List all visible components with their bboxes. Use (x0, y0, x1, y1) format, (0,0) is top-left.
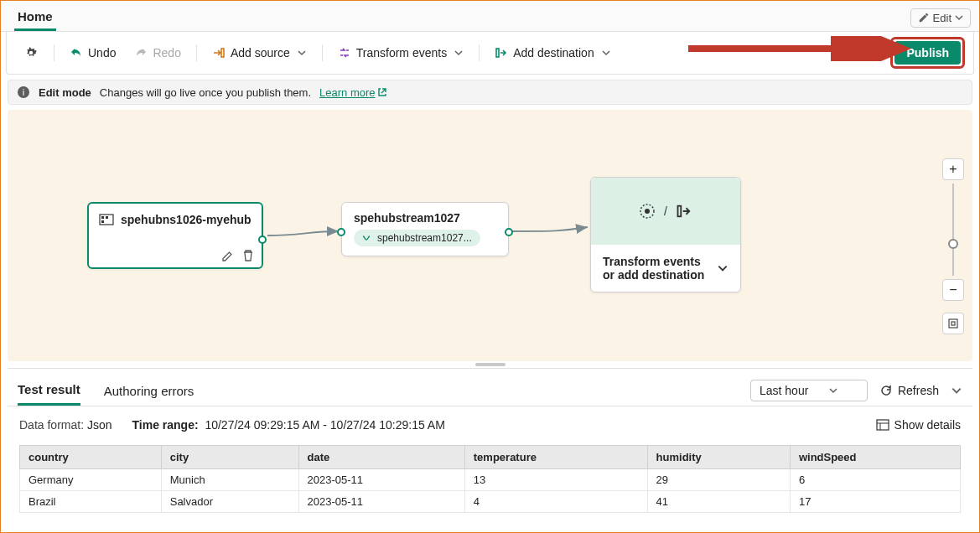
tab-home[interactable]: Home (14, 4, 56, 31)
cell: 13 (464, 469, 647, 491)
col-windSpeed[interactable]: windSpeed (790, 446, 960, 469)
canvas-node-stream[interactable]: spehubstream1027 spehubstream1027... (341, 202, 509, 256)
table-row[interactable]: GermanyMunich2023-05-1113296 (20, 469, 961, 491)
zoom-out-button[interactable]: − (942, 279, 964, 301)
cell: 4 (464, 491, 647, 513)
add-source-label: Add source (231, 46, 290, 60)
zoom-handle[interactable] (948, 239, 958, 249)
svg-rect-13 (951, 322, 955, 325)
col-date[interactable]: date (298, 446, 464, 469)
stream-title: spehubstream1027 (354, 211, 496, 225)
svg-rect-1 (496, 49, 499, 57)
settings-gear-button[interactable] (15, 42, 47, 64)
show-details-button[interactable]: Show details (876, 418, 961, 432)
refresh-label: Refresh (898, 384, 939, 397)
dest-label: Transform events or add destination (603, 255, 710, 282)
col-country[interactable]: country (20, 446, 162, 469)
chevron-down-icon[interactable] (951, 385, 962, 396)
cell: 6 (790, 469, 960, 491)
show-details-label: Show details (894, 418, 961, 432)
time-range-label: Time range: (132, 418, 199, 432)
data-format-label: Data format: (19, 418, 84, 432)
refresh-button[interactable]: Refresh (879, 384, 939, 397)
cell: 29 (647, 469, 790, 491)
cell: Germany (20, 469, 162, 491)
cell: Salvador (161, 491, 298, 513)
col-temperature[interactable]: temperature (464, 446, 647, 469)
stream-icon (362, 233, 372, 243)
gear-icon (23, 45, 39, 60)
learn-more-label: Learn more (319, 86, 375, 99)
fit-icon (947, 318, 959, 329)
add-destination-button[interactable]: Add destination (486, 43, 620, 63)
time-range-text: 10/27/24 09:29:15 AM - 10/27/24 10:29:15… (205, 418, 444, 432)
chevron-down-icon (297, 48, 307, 58)
undo-icon (70, 46, 83, 60)
info-text: Changes will go live once you publish th… (100, 86, 311, 99)
destination-out-icon (676, 203, 692, 220)
svg-rect-7 (101, 220, 104, 223)
col-city[interactable]: city (161, 446, 298, 469)
time-range-dropdown[interactable]: Last hour (750, 380, 868, 401)
transform-circle-icon (639, 203, 656, 220)
results-panel: Test result Authoring errors Last hour R… (8, 368, 972, 532)
svg-rect-12 (949, 319, 957, 328)
trash-icon[interactable] (241, 249, 255, 262)
time-range-value: Last hour (760, 384, 808, 397)
zoom-slider[interactable] (952, 184, 954, 276)
chevron-down-icon[interactable] (717, 262, 729, 274)
info-icon: i (17, 85, 30, 99)
cell: Brazil (20, 491, 162, 513)
table-row[interactable]: BrazilSalvador2023-05-1144117 (20, 491, 961, 513)
pencil-icon[interactable] (221, 249, 235, 262)
data-format-value: Json (87, 418, 112, 432)
svg-rect-0 (221, 49, 224, 57)
undo-button[interactable]: Undo (61, 43, 124, 63)
canvas-node-destination[interactable]: / Transform events or add destination (590, 177, 741, 292)
tab-test-result[interactable]: Test result (18, 375, 80, 406)
redo-button[interactable]: Redo (126, 43, 189, 63)
chevron-down-icon (601, 48, 611, 58)
stream-chip: spehubstream1027... (354, 230, 480, 246)
results-table: countrycitydatetemperaturehumiditywindSp… (19, 445, 961, 513)
edit-dropdown[interactable]: Edit (910, 8, 971, 28)
eventhub-icon (99, 212, 114, 227)
header-row: Home Edit (1, 1, 979, 32)
publish-button[interactable]: Publish (894, 41, 961, 65)
refresh-icon (879, 384, 893, 397)
source-title: spehubns1026-myehub (121, 213, 251, 226)
zoom-fit-button[interactable] (942, 313, 964, 334)
transform-events-button[interactable]: Transform events (329, 43, 472, 63)
external-link-icon (377, 87, 387, 97)
publish-highlight: Publish (890, 37, 965, 69)
add-destination-label: Add destination (513, 46, 594, 60)
learn-more-link[interactable]: Learn more (319, 86, 386, 99)
slash-separator: / (664, 204, 667, 218)
svg-rect-6 (101, 216, 104, 219)
caret-down-icon (955, 13, 963, 22)
canvas[interactable]: spehubns1026-myehub spehubstream1027 spe… (8, 110, 972, 361)
zoom-in-button[interactable]: + (942, 158, 964, 180)
source-in-icon (212, 46, 226, 60)
add-source-button[interactable]: Add source (204, 43, 315, 63)
details-icon (876, 419, 889, 431)
info-bar: i Edit mode Changes will go live once yo… (8, 80, 972, 105)
stream-chip-label: spehubstream1027... (377, 232, 472, 244)
svg-text:i: i (23, 87, 24, 97)
cell: 2023-05-11 (298, 491, 464, 513)
info-mode: Edit mode (39, 86, 91, 99)
undo-label: Undo (88, 46, 116, 60)
zoom-controls: + − (942, 158, 964, 334)
pencil-icon (918, 12, 930, 23)
canvas-node-source[interactable]: spehubns1026-myehub (87, 202, 263, 269)
svg-rect-8 (106, 216, 108, 219)
edit-label: Edit (933, 12, 951, 24)
svg-point-10 (645, 209, 650, 214)
svg-rect-14 (877, 420, 889, 430)
tab-authoring-errors[interactable]: Authoring errors (104, 377, 194, 405)
transform-icon (338, 46, 351, 60)
destination-out-icon (495, 46, 508, 60)
pane-resize-handle[interactable] (1, 361, 979, 368)
transform-label: Transform events (356, 46, 447, 60)
col-humidity[interactable]: humidity (647, 446, 790, 469)
